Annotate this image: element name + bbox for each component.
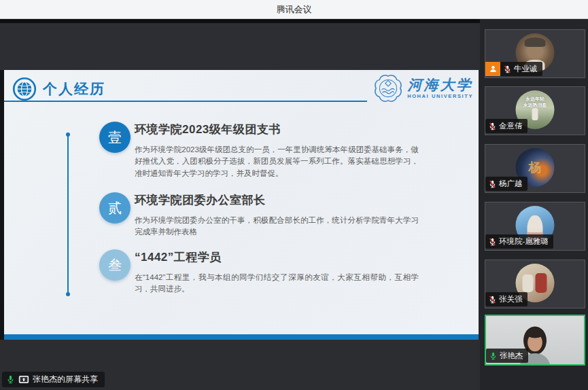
muted-mic-icon xyxy=(488,122,497,131)
meeting-window: 腾讯会议 个人经历 xyxy=(0,0,588,390)
section-number-badge: 叁 xyxy=(99,249,131,281)
section-heading: “1442”工程学员 xyxy=(135,249,426,265)
section-body: 作为环境学院2023级年级团总支的一员，一年里协调统筹本年级团委基础事务，做好推… xyxy=(135,144,419,179)
slide-section-1: 壹 环境学院2023级年级团支书 作为环境学院2023级年级团总支的一员，一年里… xyxy=(99,122,426,179)
slide-section-3: 叁 “1442”工程学员 在“1442”工程里，我与本组的同学们结交了深厚的友谊… xyxy=(99,249,426,296)
university-name-en: HOHAI UNIVERSITY xyxy=(407,94,473,99)
participant-tile[interactable]: 永远年轻 永远热泪盈 xyxy=(485,86,585,135)
section-number-badge: 壹 xyxy=(99,122,131,153)
shared-screen-stage: 个人经历 河海大学 HOHAI UNIVERSITY xyxy=(0,19,588,390)
university-emblem-icon xyxy=(374,74,402,103)
participant-tile[interactable]: 杨 杨广越 xyxy=(485,144,585,193)
slide-footer-stripe xyxy=(4,334,479,340)
muted-mic-icon xyxy=(488,179,497,189)
muted-mic-icon xyxy=(503,65,512,74)
slide-header: 个人经历 xyxy=(12,77,105,101)
mic-on-icon xyxy=(489,351,498,361)
timeline-rule xyxy=(67,135,69,294)
muted-mic-icon xyxy=(488,237,497,247)
window-title: 腾讯会议 xyxy=(277,3,312,16)
participant-name: 环境院-扈雅璐 xyxy=(499,236,549,247)
globe-icon xyxy=(12,77,37,101)
participant-name: 金意倩 xyxy=(499,121,523,131)
screen-share-icon xyxy=(18,375,29,385)
host-badge-icon xyxy=(485,62,500,76)
participant-name: 牛业诚 xyxy=(514,64,538,74)
participant-tile[interactable]: 环境院-扈雅璐 xyxy=(485,202,585,251)
header-rule xyxy=(4,101,367,102)
participant-name: 杨广越 xyxy=(499,179,523,189)
university-logo: 河海大学 HOHAI UNIVERSITY xyxy=(374,74,473,103)
section-body: 在“1442”工程里，我与本组的同学们结交了深厚的友谊，大家互相帮助，互相学习，… xyxy=(135,272,419,296)
presentation-slide: 个人经历 河海大学 HOHAI UNIVERSITY xyxy=(4,70,479,334)
muted-mic-icon xyxy=(488,295,497,304)
section-number-badge: 贰 xyxy=(99,192,131,224)
slide-section-2: 贰 环境学院团委办公室部长 作为环境学院团委办公室的干事，积极配合部长的工作，统… xyxy=(99,192,426,238)
participant-name: 张关强 xyxy=(499,294,523,304)
participant-tile-active-speaker[interactable]: 张艳杰 xyxy=(485,315,585,366)
screen-share-toast[interactable]: 张艳杰的屏幕共享 xyxy=(2,372,105,387)
university-name-cn: 河海大学 xyxy=(408,77,473,92)
slide-title: 个人经历 xyxy=(43,79,105,99)
section-body: 作为环境学院团委办公室的干事，积极配合部长的工作，统计分析学院青年大学习完成率并… xyxy=(135,215,419,238)
section-heading: 环境学院2023级年级团支书 xyxy=(135,122,426,137)
screen-share-label: 张艳杰的屏幕共享 xyxy=(33,374,98,385)
participant-name: 张艳杰 xyxy=(500,351,523,361)
mic-on-icon xyxy=(6,374,15,385)
shared-screen-top-band xyxy=(0,23,480,70)
avatar-caption: 永远年轻 永远热泪盈 xyxy=(516,96,555,109)
participant-tile[interactable]: 牛业诚 xyxy=(485,29,585,78)
participant-tile[interactable]: 张关强 xyxy=(485,260,585,308)
window-titlebar[interactable]: 腾讯会议 xyxy=(0,0,588,19)
participants-rail[interactable]: 牛业诚 永远年轻 永远热泪盈 xyxy=(480,19,588,390)
section-heading: 环境学院团委办公室部长 xyxy=(135,192,426,208)
